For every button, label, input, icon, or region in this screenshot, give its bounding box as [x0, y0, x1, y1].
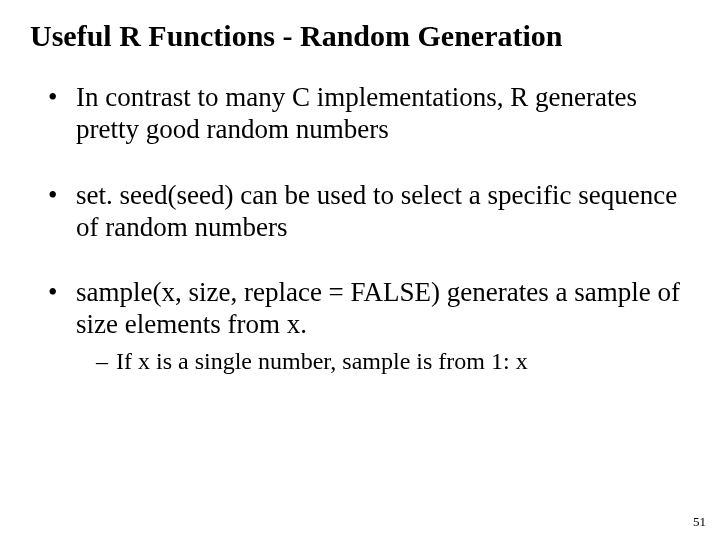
bullet-1-c: C — [292, 82, 310, 112]
bullet-3-period: . — [300, 309, 307, 339]
bullet-3-rest1: generates a sample of — [440, 277, 680, 307]
page-number: 51 — [693, 514, 706, 530]
bullet-3-fn: sample(x, size, replace = FALSE) — [76, 277, 440, 307]
bullet-1-text-mid: implementations, — [310, 82, 510, 112]
bullet-1-r: R — [510, 82, 528, 112]
sub1-mid: is a single number, sample is from — [150, 348, 491, 374]
sub1-pre: If — [116, 348, 138, 374]
bullet-2-fn: set. seed(seed) — [76, 180, 233, 210]
bullet-3-rest2: elements from — [118, 309, 287, 339]
bullet-3: sample(x, size, replace = FALSE) generat… — [48, 277, 682, 375]
bullet-2: set. seed(seed) can be used to select a … — [48, 180, 682, 244]
sub1-range: 1: x — [491, 348, 528, 374]
sub-bullet-1: If x is a single number, sample is from … — [96, 347, 682, 375]
bullet-1-text-pre: In contrast to many — [76, 82, 292, 112]
sub1-x: x — [138, 348, 150, 374]
bullet-1: In contrast to many C implementations, R… — [48, 82, 682, 146]
bullet-3-size: size — [76, 309, 118, 339]
slide-content: In contrast to many C implementations, R… — [0, 54, 720, 375]
bullet-3-x: x — [287, 309, 301, 339]
slide-title: Useful R Functions - Random Generation — [0, 0, 720, 54]
